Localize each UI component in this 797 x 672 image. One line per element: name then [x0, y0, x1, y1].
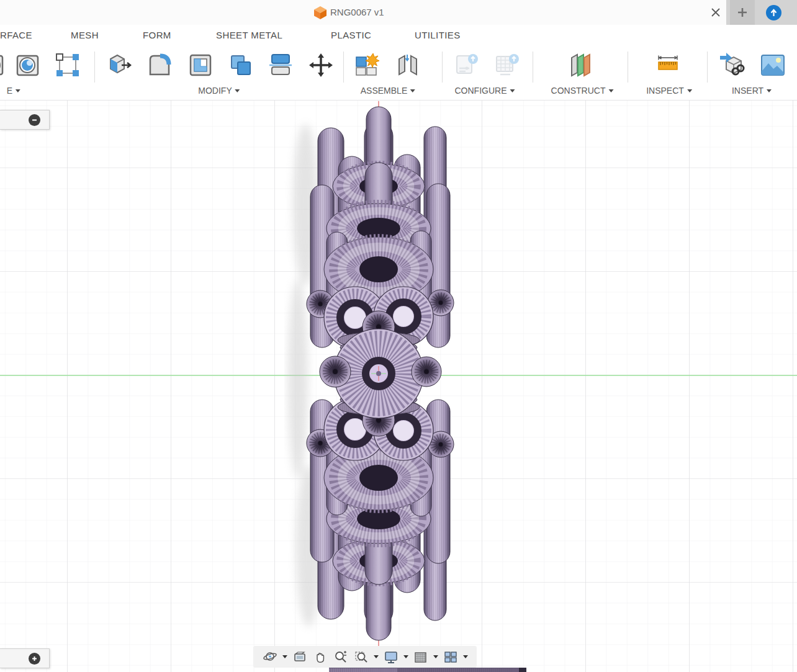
navigation-bar [253, 646, 477, 668]
look-at-button[interactable] [292, 649, 308, 665]
divider [533, 52, 533, 83]
pan-hand-icon [313, 650, 328, 665]
insert-derive-icon[interactable] [718, 51, 746, 79]
tab-mesh[interactable]: MESH [71, 30, 99, 40]
timeline-panel-collapsed [0, 648, 50, 668]
shell-icon[interactable] [186, 51, 215, 79]
fusion360-window: { "titlebar": { "title": "RNG0067 v1", "… [0, 0, 797, 672]
chevron-down-icon [510, 89, 515, 92]
grid-display-caret[interactable] [433, 655, 438, 658]
upload-arrow-icon [769, 8, 778, 17]
modify-group-label[interactable]: MODIFY [198, 86, 240, 96]
tab-plastic[interactable]: PLASTIC [331, 30, 371, 40]
look-at-icon [292, 650, 307, 665]
viewports-button[interactable] [443, 649, 459, 665]
measure-icon[interactable] [654, 51, 682, 79]
chevron-down-icon [410, 89, 415, 92]
divider [442, 52, 443, 83]
new-tab-button[interactable] [730, 0, 755, 25]
grid-icon [413, 650, 428, 665]
fillet-icon[interactable] [145, 51, 174, 79]
viewports-icon [443, 650, 458, 665]
insert-image-icon[interactable] [759, 51, 787, 79]
grid-display-button[interactable] [413, 649, 429, 665]
toolbar: E [0, 47, 797, 101]
tab-utilities[interactable]: UTILITIES [415, 30, 461, 40]
mesh-body-model-top[interactable] [307, 107, 454, 361]
assemble-group-label[interactable]: ASSEMBLE [361, 86, 415, 96]
window-zoom-icon [354, 650, 369, 665]
construct-group-label[interactable]: CONSTRUCT [551, 86, 614, 96]
viewport-canvas[interactable] [0, 0, 797, 672]
inspect-group-label[interactable]: INSPECT [646, 86, 692, 96]
move-copy-icon[interactable] [307, 51, 335, 79]
divider [343, 52, 344, 83]
browser-collapse-button[interactable] [29, 114, 40, 126]
viewports-caret[interactable] [463, 655, 468, 658]
close-tab-icon[interactable] [709, 6, 722, 19]
bottom-edge-mesh-strip [329, 668, 526, 672]
tab-sheet-metal[interactable]: SHEET METAL [216, 30, 282, 40]
new-component-icon[interactable] [353, 51, 381, 79]
mesh-body-model-bottom[interactable] [307, 386, 454, 640]
chevron-down-icon [16, 89, 20, 92]
display-settings-button[interactable] [383, 649, 399, 665]
divider [707, 52, 708, 83]
header: RNG0067 v1 RFACE MESH FORM SHEET METAL P… [0, 0, 797, 101]
divider [628, 52, 628, 83]
chevron-down-icon [235, 89, 240, 92]
create-clipped-icon[interactable] [0, 51, 7, 79]
zoom-icon [333, 650, 348, 665]
configure-group-label[interactable]: CONFIGURE [455, 86, 515, 96]
insert-group-label[interactable]: INSERT [732, 86, 772, 96]
display-settings-icon [384, 650, 398, 665]
zoom-button[interactable] [333, 649, 349, 665]
tab-surface[interactable]: RFACE [0, 30, 32, 40]
divider [94, 52, 95, 83]
fit-caret[interactable] [374, 655, 379, 658]
configuration-table-icon[interactable] [492, 51, 521, 79]
document-cube-icon [313, 5, 328, 20]
create-primitive-icon[interactable] [14, 51, 42, 79]
create-group-label[interactable]: E [7, 86, 20, 96]
chevron-down-icon [687, 89, 692, 92]
press-pull-icon[interactable] [104, 51, 133, 79]
fit-button[interactable] [353, 649, 369, 665]
tab-form[interactable]: FORM [143, 30, 171, 40]
split-body-icon[interactable] [266, 51, 295, 79]
minus-icon [31, 117, 38, 123]
plus-icon [31, 655, 38, 662]
joint-icon[interactable] [394, 51, 422, 79]
orbit-icon [263, 650, 277, 665]
document-tab-bar [0, 0, 797, 25]
rectangular-pattern-icon[interactable] [53, 51, 82, 79]
orbit-caret[interactable] [282, 655, 287, 658]
configuration-icon[interactable] [452, 51, 480, 79]
timeline-expand-button[interactable] [29, 653, 40, 665]
orbit-button[interactable] [262, 649, 278, 665]
plus-icon [736, 6, 749, 19]
chevron-down-icon [767, 89, 772, 92]
pan-button[interactable] [312, 649, 328, 665]
construction-plane-icon[interactable] [565, 51, 593, 79]
combine-icon[interactable] [227, 51, 255, 79]
chevron-down-icon [608, 89, 613, 92]
upload-status-button[interactable] [766, 5, 781, 20]
browser-panel-collapsed [0, 110, 50, 130]
document-title: RNG0067 v1 [330, 7, 384, 17]
display-settings-caret[interactable] [403, 655, 408, 658]
